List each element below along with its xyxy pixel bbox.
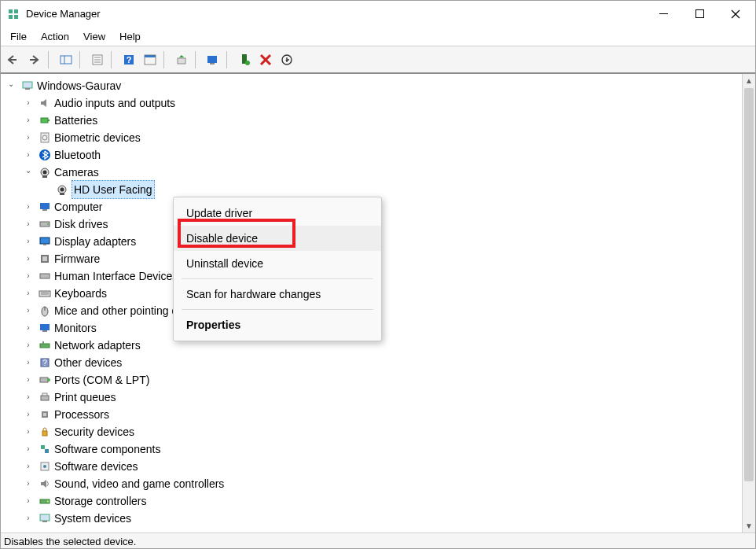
scroll-thumb[interactable] <box>744 88 754 481</box>
svg-rect-45 <box>40 274 50 278</box>
svg-rect-0 <box>9 9 13 13</box>
svg-point-35 <box>61 188 64 192</box>
expand-icon: › <box>23 219 34 230</box>
tree-item-label: Batteries <box>54 112 97 129</box>
context-menu-uninstall-device[interactable]: Uninstall device <box>174 251 381 276</box>
expand-icon: › <box>23 288 34 299</box>
svg-rect-44 <box>42 256 47 261</box>
expand-icon: › <box>23 271 34 282</box>
enable-device-button[interactable] <box>235 50 254 69</box>
show-hide-console-button[interactable] <box>57 50 75 69</box>
expand-icon: › <box>23 149 34 160</box>
tree-item-label: Storage controllers <box>54 492 147 510</box>
tree-category-security[interactable]: ›Security devices <box>2 423 740 440</box>
expand-icon: › <box>23 98 34 109</box>
expand-icon: › <box>23 305 34 316</box>
expand-icon: › <box>23 322 34 333</box>
svg-rect-62 <box>43 413 46 416</box>
forward-button[interactable] <box>25 50 44 69</box>
statusbar: Disables the selected device. <box>1 532 755 549</box>
tree-category-biometric[interactable]: ›Biometric devices <box>2 129 740 146</box>
network-icon <box>39 339 51 352</box>
audio-icon <box>39 97 51 109</box>
svg-rect-1 <box>14 9 18 13</box>
context-menu-scan-for-hardware-changes[interactable]: Scan for hardware changes <box>174 282 381 307</box>
sw-comp-icon <box>39 443 51 455</box>
tree-category-bluetooth[interactable]: ›Bluetooth <box>2 146 740 164</box>
tree-category-battery[interactable]: ›Batteries <box>2 112 740 129</box>
svg-point-69 <box>47 501 49 503</box>
expand-icon: › <box>23 496 34 507</box>
tree-item-label: Software devices <box>54 458 138 475</box>
svg-point-22 <box>245 61 250 65</box>
tree-item-label: Bluetooth <box>54 146 101 164</box>
camera-icon <box>39 166 51 179</box>
tree-item-label: Monitors <box>54 319 97 337</box>
menu-help[interactable]: Help <box>112 28 148 45</box>
expand-icon: › <box>23 444 34 455</box>
tree-item-label: Processors <box>54 406 109 423</box>
context-menu-properties[interactable]: Properties <box>174 312 381 337</box>
disable-device-button[interactable] <box>277 50 296 69</box>
properties-button[interactable] <box>88 50 107 69</box>
svg-rect-54 <box>42 341 44 344</box>
scan-hardware-button[interactable] <box>204 50 222 69</box>
disk-icon <box>39 218 51 230</box>
camera-icon <box>56 183 68 196</box>
help-button[interactable]: ? <box>119 50 138 69</box>
maximize-button[interactable] <box>681 2 717 26</box>
uninstall-device-button[interactable] <box>256 50 275 69</box>
tree-category-other[interactable]: ›?Other devices <box>2 354 740 371</box>
svg-rect-37 <box>40 203 50 209</box>
tree-category-sw-dev[interactable]: ›Software devices <box>2 458 740 475</box>
security-icon <box>39 426 51 438</box>
print-icon <box>39 391 51 403</box>
minimize-button[interactable] <box>645 2 681 26</box>
svg-rect-63 <box>42 431 47 436</box>
svg-point-67 <box>43 465 46 468</box>
tree-item-label: Software components <box>54 440 160 458</box>
tree-category-camera[interactable]: ⌄Cameras <box>2 164 740 181</box>
tree-category-system[interactable]: ›System devices <box>2 510 740 527</box>
menu-action[interactable]: Action <box>34 28 76 45</box>
system-icon <box>39 512 51 525</box>
expand-icon: › <box>23 392 34 403</box>
svg-rect-59 <box>41 396 49 400</box>
tree-category-storage[interactable]: ›Storage controllers <box>2 492 740 510</box>
tree-device-camera[interactable]: HD User Facing <box>2 181 740 198</box>
tree-category-sound[interactable]: ›Sound, video and game controllers <box>2 475 740 492</box>
tree-item-label: Cameras <box>54 164 99 181</box>
collapse-icon: ⌄ <box>23 165 34 176</box>
expand-icon: › <box>23 478 34 489</box>
svg-rect-41 <box>40 238 50 244</box>
display-icon <box>39 235 51 248</box>
tree-item-label: Audio inputs and outputs <box>54 94 175 112</box>
svg-rect-53 <box>40 344 50 348</box>
scroll-up-arrow[interactable]: ▲ <box>743 74 755 87</box>
tree-category-cpu[interactable]: ›Processors <box>2 406 740 423</box>
action-button[interactable] <box>141 50 160 69</box>
tree-category-print[interactable]: ›Print queues <box>2 389 740 406</box>
tree-category-audio[interactable]: ›Audio inputs and outputs <box>2 94 740 112</box>
vertical-scrollbar[interactable]: ▲ ▼ <box>742 74 755 532</box>
context-menu-update-driver[interactable]: Update driver <box>174 201 381 226</box>
keyboard-icon <box>39 287 51 300</box>
tree-root[interactable]: ⌄Windows-Gaurav <box>2 77 740 94</box>
firmware-icon <box>39 252 51 265</box>
back-button[interactable] <box>4 50 23 69</box>
close-button[interactable] <box>717 2 754 26</box>
svg-point-32 <box>43 171 47 175</box>
cpu-icon <box>39 408 51 421</box>
tree-category-sw-comp[interactable]: ›Software components <box>2 440 740 458</box>
menu-file[interactable]: File <box>3 28 34 45</box>
svg-point-40 <box>47 223 49 225</box>
tree-item-label: System devices <box>54 510 131 527</box>
svg-rect-2 <box>9 15 13 19</box>
scroll-down-arrow[interactable]: ▼ <box>743 519 755 532</box>
svg-rect-60 <box>42 393 47 396</box>
tree-category-ports[interactable]: ›Ports (COM & LPT) <box>2 371 740 389</box>
tree-item-label: HD User Facing <box>72 180 155 199</box>
context-menu-disable-device[interactable]: Disable device <box>174 226 381 251</box>
update-driver-button[interactable] <box>172 50 191 69</box>
menu-view[interactable]: View <box>76 28 112 45</box>
